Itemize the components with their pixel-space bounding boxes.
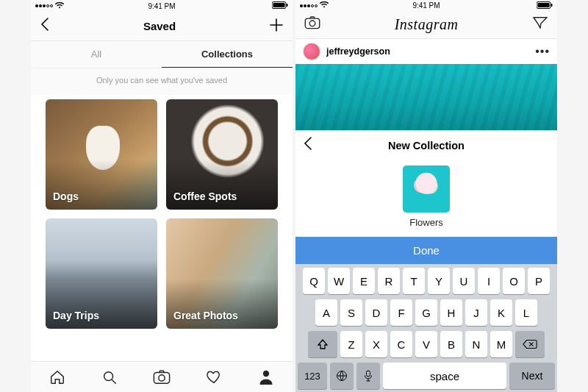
- key-j[interactable]: J: [465, 299, 487, 326]
- key-e[interactable]: E: [353, 268, 375, 294]
- instagram-logo: Instagram: [395, 16, 459, 33]
- tab-activity[interactable]: [188, 362, 240, 392]
- key-n[interactable]: N: [465, 331, 487, 357]
- keyboard-done-button[interactable]: Done: [295, 237, 557, 264]
- wifi-icon: [55, 2, 64, 10]
- keyboard-row-1: Q W E R T Y U I O P: [298, 268, 555, 294]
- svg-point-5: [159, 374, 165, 380]
- key-k[interactable]: K: [490, 299, 512, 326]
- key-l[interactable]: L: [515, 299, 537, 326]
- profile-icon: [259, 369, 273, 385]
- battery-icon: [537, 1, 553, 10]
- sheet-back-chevron-icon[interactable]: [303, 136, 313, 155]
- signal-dots-icon: [300, 4, 318, 7]
- backspace-icon: [523, 339, 537, 349]
- key-d[interactable]: D: [365, 299, 387, 326]
- status-bar: 9:41 PM: [31, 0, 293, 12]
- collection-label: Day Trips: [53, 310, 99, 321]
- space-key[interactable]: space: [383, 363, 506, 389]
- heart-icon: [206, 369, 222, 385]
- tab-camera[interactable]: [135, 362, 187, 392]
- app-header: Instagram: [295, 11, 557, 39]
- status-time: 9:41 PM: [412, 1, 440, 10]
- sheet-title: New Collection: [388, 140, 465, 152]
- direct-messages-button[interactable]: [532, 15, 548, 33]
- numbers-key[interactable]: 123: [298, 363, 327, 389]
- wifi-icon: [320, 1, 329, 10]
- backspace-key[interactable]: [515, 331, 545, 357]
- next-key[interactable]: Next: [509, 363, 555, 389]
- post-image[interactable]: [295, 64, 557, 131]
- key-y[interactable]: Y: [428, 268, 450, 294]
- phone-new-collection: 9:41 PM Instagram jeffreydgerson ••• New…: [295, 0, 557, 392]
- key-t[interactable]: T: [403, 268, 425, 294]
- post-author-row[interactable]: jeffreydgerson •••: [295, 39, 557, 64]
- svg-rect-4: [154, 372, 169, 383]
- key-x[interactable]: X: [365, 331, 387, 357]
- collection-name-input[interactable]: [382, 217, 470, 228]
- key-v[interactable]: V: [415, 331, 437, 357]
- collection-cover-thumb[interactable]: [403, 165, 450, 213]
- shift-icon: [317, 338, 329, 350]
- nav-bar: Saved: [31, 12, 293, 41]
- key-a[interactable]: A: [315, 299, 337, 326]
- collection-label: Coffee Spots: [173, 190, 237, 202]
- key-r[interactable]: R: [378, 268, 400, 294]
- key-c[interactable]: C: [390, 331, 412, 357]
- key-i[interactable]: I: [478, 268, 500, 294]
- keyboard-row-3: Z X C V B N M: [298, 331, 555, 357]
- key-m[interactable]: M: [490, 331, 512, 357]
- home-icon: [49, 369, 65, 385]
- collection-tile[interactable]: Great Photos: [166, 218, 278, 329]
- battery-icon: [272, 1, 288, 10]
- status-bar: 9:41 PM: [295, 0, 557, 11]
- key-u[interactable]: U: [453, 268, 475, 294]
- svg-rect-8: [538, 3, 550, 7]
- tabs-row: All Collections: [31, 41, 293, 68]
- tab-profile[interactable]: [240, 362, 293, 392]
- keyboard-row-4: 123 space Next: [298, 363, 555, 389]
- key-g[interactable]: G: [415, 299, 437, 326]
- key-q[interactable]: Q: [303, 268, 325, 294]
- add-collection-button[interactable]: [269, 15, 284, 38]
- svg-point-3: [104, 371, 112, 380]
- tab-search[interactable]: [83, 362, 135, 392]
- tab-collections[interactable]: Collections: [162, 41, 293, 68]
- collection-tile[interactable]: Day Trips: [46, 218, 157, 329]
- key-b[interactable]: B: [440, 331, 462, 357]
- status-time: 9:41 PM: [148, 2, 175, 10]
- tab-home[interactable]: [31, 362, 83, 392]
- svg-point-11: [309, 21, 315, 27]
- collection-tile[interactable]: Dogs: [46, 99, 157, 210]
- camera-button[interactable]: [304, 15, 320, 33]
- microphone-icon: [364, 370, 373, 382]
- key-p[interactable]: P: [528, 268, 550, 294]
- search-icon: [101, 369, 118, 385]
- shift-key[interactable]: [308, 331, 337, 357]
- svg-rect-13: [367, 371, 370, 377]
- key-s[interactable]: S: [340, 299, 362, 326]
- collection-label: Dogs: [53, 190, 79, 202]
- back-chevron-icon[interactable]: [40, 17, 50, 36]
- svg-rect-9: [551, 4, 553, 7]
- svg-rect-10: [305, 19, 319, 29]
- collection-tile[interactable]: Coffee Spots: [166, 99, 278, 210]
- collection-label: Great Photos: [173, 310, 238, 321]
- key-w[interactable]: W: [328, 268, 350, 294]
- avatar: [303, 43, 320, 60]
- collections-grid: Dogs Coffee Spots Day Trips Great Photos: [31, 95, 293, 361]
- more-options-icon[interactable]: •••: [535, 45, 550, 58]
- key-z[interactable]: Z: [340, 331, 362, 357]
- tab-all[interactable]: All: [31, 41, 162, 68]
- ios-keyboard: Q W E R T Y U I O P A S D F G H J K L Z: [295, 264, 557, 392]
- globe-icon: [336, 370, 348, 382]
- bottom-tab-bar: [31, 361, 293, 392]
- key-f[interactable]: F: [390, 299, 412, 326]
- sheet-body: [295, 160, 557, 237]
- keyboard-row-2: A S D F G H J K L: [298, 299, 555, 326]
- key-h[interactable]: H: [440, 299, 462, 326]
- page-title: Saved: [143, 20, 176, 32]
- globe-key[interactable]: [330, 363, 354, 389]
- key-o[interactable]: O: [503, 268, 525, 294]
- dictation-key[interactable]: [356, 363, 380, 389]
